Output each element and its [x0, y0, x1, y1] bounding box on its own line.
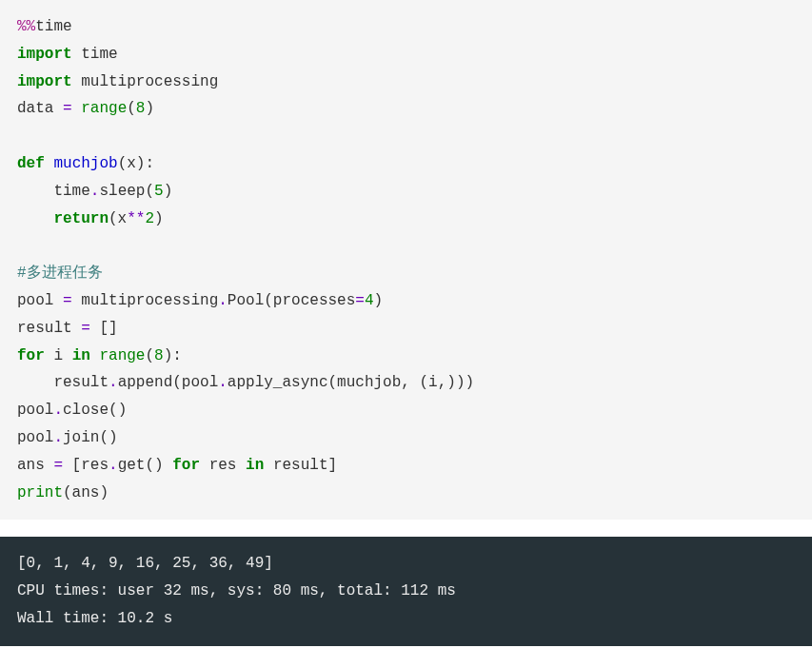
call-apply-async: apply_async(muchjob, (i,)))	[228, 374, 474, 391]
fn-print: print	[17, 484, 63, 501]
magic-time: time	[35, 18, 71, 35]
lit-5: 5	[154, 183, 164, 200]
call-get: get()	[118, 457, 173, 474]
var-data: data	[17, 100, 63, 117]
kw-in: in	[246, 457, 264, 474]
output-list: [0, 1, 4, 9, 16, 25, 36, 49]	[17, 555, 273, 572]
op-pow: **	[127, 210, 145, 227]
lit-2: 2	[145, 210, 154, 227]
output-wall-time: Wall time: 10.2 s	[17, 610, 172, 627]
kw-def: def	[17, 155, 45, 172]
kw-in: in	[72, 347, 90, 364]
var-ans: ans	[17, 457, 53, 474]
mod-mp: multiprocessing	[72, 73, 219, 90]
kw-import: import	[17, 46, 72, 63]
lit-4: 4	[365, 292, 374, 309]
call-join: join()	[63, 429, 118, 446]
output-cell: [0, 1, 4, 9, 16, 25, 36, 49] CPU times: …	[0, 537, 812, 645]
fn-range: range	[81, 100, 127, 117]
call-close: close()	[63, 402, 127, 419]
fn-muchjob: muchjob	[53, 155, 117, 172]
kw-for: for	[17, 347, 45, 364]
lit-8: 8	[154, 347, 164, 364]
var-result: result	[17, 320, 81, 337]
call-sleep: sleep(	[99, 183, 154, 200]
op-eq: =	[63, 100, 72, 117]
mod-time: time	[72, 46, 118, 63]
call-pool: Pool(processes	[228, 292, 355, 309]
param-x: x	[127, 155, 136, 172]
call-append: append(pool	[118, 374, 219, 391]
fn-range: range	[99, 347, 145, 364]
var-pool: pool	[17, 292, 63, 309]
magic-percent: %%	[17, 18, 35, 35]
comment-cn: #多进程任务	[17, 265, 103, 282]
kw-import: import	[17, 73, 72, 90]
code-cell: %%time import time import multiprocessin…	[0, 0, 812, 520]
output-cpu-times: CPU times: user 32 ms, sys: 80 ms, total…	[17, 582, 456, 599]
kw-return: return	[53, 210, 109, 227]
kw-for: for	[172, 457, 200, 474]
